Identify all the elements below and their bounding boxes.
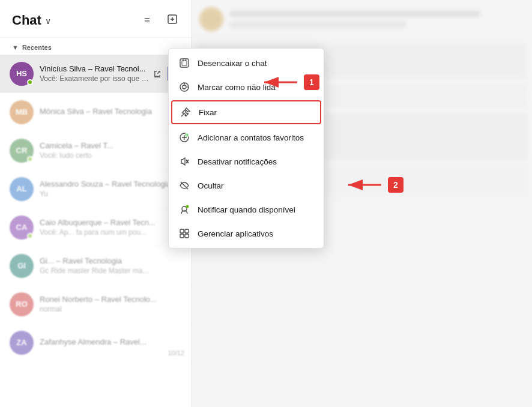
header-actions: ≡ (138, 11, 182, 30)
annotation-1: 1 (258, 74, 319, 90)
header-left: Chat ∨ (12, 13, 51, 28)
filter-icon: ≡ (144, 15, 150, 26)
chat-item-hs[interactable]: HS Vinicíus Silva – Ravel Tecnol... Você… (0, 55, 192, 93)
svg-rect-12 (180, 229, 184, 233)
svg-rect-14 (180, 234, 184, 238)
menu-label-add-fav: Adicionar a contatos favoritos (198, 133, 314, 142)
unpin-icon (178, 57, 190, 69)
filter-button[interactable]: ≡ (138, 11, 157, 30)
chat-header: Chat ∨ ≡ (0, 0, 192, 38)
chat-preview: Você: Ap... fa para num um pou... (40, 228, 184, 237)
chat-item-ro[interactable]: RO Ronei Norberto – Ravel Tecnolo... nor… (0, 285, 192, 324)
pin-icon (180, 106, 192, 118)
avatar: MB (10, 100, 34, 124)
online-status-dot (27, 79, 33, 85)
date-badge: 10/12 (168, 349, 184, 357)
avatar: HS (10, 62, 34, 86)
chat-info: Camicela – Ravel T... Você: tudo certo (40, 141, 184, 160)
left-panel: Chat ∨ ≡ ▼ Recentes (0, 0, 192, 407)
chat-preview: Yu (40, 190, 184, 198)
recentes-section: ▼ Recentes (0, 38, 192, 55)
avatar: GI (10, 254, 34, 278)
main-container: Chat ∨ ≡ ▼ Recentes (0, 0, 532, 407)
svg-point-11 (186, 205, 189, 208)
chat-info: Alessandro Souza – Ravel Tecnologia Yu (40, 179, 184, 198)
menu-item-manage-apps[interactable]: Gerenciar aplicativos (169, 222, 324, 246)
chat-item-hb[interactable]: MB Mônica Silva – Ravel Tecnologia (0, 93, 192, 131)
avatar: RO (10, 292, 34, 316)
svg-rect-1 (180, 59, 189, 67)
chat-info: Ronei Norberto – Ravel Tecnolo... normal (40, 295, 184, 313)
section-label-text: Recentes (22, 44, 52, 51)
section-collapse-arrow[interactable]: ▼ (12, 44, 19, 51)
menu-item-pin[interactable]: Fixar (171, 100, 321, 124)
svg-rect-13 (185, 229, 189, 233)
chat-info: Gi... – Ravel Tecnologia Gc Ride master … (40, 256, 184, 275)
chat-info: Vinicíus Silva – Ravel Tecnol... Você: E… (40, 64, 150, 83)
menu-label-unpin: Desencaixar o chat (198, 59, 314, 68)
chat-name: Caio Albuquerque – Ravel Tecn... (40, 218, 184, 227)
menu-item-mute[interactable]: Desativar notificações (169, 149, 324, 173)
add-fav-icon (178, 131, 190, 143)
chat-name: Camicela – Ravel T... (40, 141, 184, 150)
hide-icon (178, 179, 190, 191)
chat-item-al[interactable]: AL Alessandro Souza – Ravel Tecnologia Y… (0, 170, 192, 208)
popout-button[interactable] (150, 66, 165, 82)
menu-item-notify-avail[interactable]: Notificar quando disponível (169, 197, 324, 222)
annotation-2: 2 (342, 177, 404, 193)
online-status-dot (27, 233, 33, 239)
svg-rect-15 (185, 234, 189, 238)
chat-name: Zafanhyse Almendra – Ravel... (40, 337, 184, 346)
chat-name: Alessandro Souza – Ravel Tecnologia (40, 179, 184, 188)
menu-label-manage-apps: Gerenciar aplicativos (198, 229, 314, 238)
chevron-down-icon[interactable]: ∨ (45, 16, 51, 26)
manage-apps-icon (178, 228, 190, 240)
menu-label-hide: Ocultar (198, 181, 314, 190)
chat-item-za[interactable]: ZA Zafanhyse Almendra – Ravel... 10/12 (0, 324, 192, 362)
menu-label-pin: Fixar (199, 108, 313, 117)
annotation-label-1: 1 (304, 74, 319, 90)
avatar: ZA (10, 331, 34, 355)
menu-item-unpin[interactable]: Desencaixar o chat (169, 51, 324, 75)
compose-button[interactable] (163, 11, 182, 30)
chat-info: Zafanhyse Almendra – Ravel... (40, 337, 184, 348)
chat-preview: Você: tudo certo (40, 151, 184, 160)
chat-info: Mônica Silva – Ravel Tecnologia (40, 107, 184, 117)
compose-icon (168, 14, 177, 26)
arrow-1-svg (258, 75, 300, 89)
annotation-label-2: 2 (388, 177, 404, 193)
chat-item-gi[interactable]: GI Gi... – Ravel Tecnologia Gc Ride mast… (0, 247, 192, 285)
chat-preview: Você: Exatamente por isso que nã... (40, 74, 150, 83)
avatar: AL (10, 177, 34, 201)
chat-item-cr[interactable]: CR Camicela – Ravel T... Você: tudo cert… (0, 131, 192, 170)
mute-icon (178, 155, 190, 167)
menu-item-hide[interactable]: Ocultar (169, 173, 324, 197)
menu-label-mute: Desativar notificações (198, 157, 314, 166)
chat-preview: Gc Ride master Ride Master ma... (40, 267, 184, 275)
mark-unread-icon (178, 81, 190, 93)
svg-line-6 (181, 114, 184, 116)
online-status-dot (27, 156, 33, 162)
menu-item-add-fav[interactable]: Adicionar a contatos favoritos (169, 125, 324, 149)
chat-item-ca[interactable]: CA Caio Albuquerque – Ravel Tecn... Você… (0, 208, 192, 247)
arrow-2-svg (342, 178, 384, 192)
chat-name: Ronei Norberto – Ravel Tecnolo... (40, 295, 184, 304)
menu-label-notify-avail: Notificar quando disponível (198, 205, 314, 214)
svg-point-3 (183, 85, 186, 89)
notify-available-icon (178, 204, 190, 216)
chat-name: Mônica Silva – Ravel Tecnologia (40, 107, 184, 116)
avatar: CA (10, 216, 34, 240)
chat-info: Caio Albuquerque – Ravel Tecn... Você: A… (40, 218, 184, 237)
avatar: CR (10, 139, 34, 163)
chat-name: Vinicíus Silva – Ravel Tecnol... (40, 64, 150, 73)
chat-list: HS Vinicíus Silva – Ravel Tecnol... Você… (0, 55, 192, 407)
chat-name: Gi... – Ravel Tecnologia (40, 256, 184, 265)
page-title: Chat (12, 13, 41, 28)
chat-preview: normal (40, 305, 184, 313)
